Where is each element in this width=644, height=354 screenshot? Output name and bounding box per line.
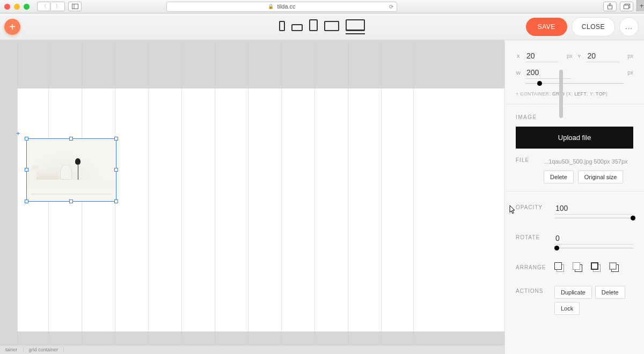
- url-text: tilda.cc: [277, 3, 295, 10]
- share-icon: [607, 3, 613, 10]
- share-button[interactable]: [603, 2, 617, 11]
- file-delete-button[interactable]: Delete: [544, 171, 574, 183]
- w-input[interactable]: [525, 67, 572, 79]
- opacity-slider-thumb[interactable]: [631, 216, 635, 220]
- device-phone[interactable]: [279, 21, 285, 34]
- container-info: + CONTAINER: GRID (X: LEFT, Y: TOP): [516, 91, 633, 97]
- rotate-row: ROTATE: [505, 226, 644, 256]
- actions-row: ACTIONS Duplicate Delete Lock: [505, 279, 644, 321]
- x-label: X: [516, 54, 521, 59]
- unit-px: px: [624, 70, 633, 76]
- opacity-row: OPACITY: [505, 191, 644, 226]
- traffic-lights: [4, 4, 30, 10]
- reload-icon[interactable]: ⟳: [389, 4, 393, 10]
- plus-icon: +: [9, 21, 16, 32]
- tabs-icon: [624, 4, 630, 9]
- unit-px: px: [563, 53, 573, 59]
- arrange-row: ARRANGE: [505, 256, 644, 279]
- image-section: IMAGE Upload file FILE ...1qau50i_500.jp…: [505, 104, 644, 191]
- sidebar-toggle-button[interactable]: [68, 2, 82, 11]
- actions-label: ACTIONS: [516, 286, 549, 294]
- page-surface[interactable]: [17, 88, 504, 331]
- image-section-title: IMAGE: [516, 114, 633, 120]
- sidebar-icon: [72, 4, 78, 9]
- app-toolbar: + SAVE CLOSE ...: [0, 13, 644, 40]
- y-input[interactable]: [587, 50, 620, 62]
- w-label: W: [516, 70, 521, 76]
- rotate-input[interactable]: [554, 232, 633, 245]
- y-label: Y: [577, 54, 582, 59]
- forward-button[interactable]: 〉: [52, 2, 65, 11]
- device-tablet[interactable]: [309, 19, 318, 34]
- rotate-slider[interactable]: [554, 248, 633, 248]
- send-backward-button[interactable]: [591, 262, 602, 273]
- phone-landscape-icon: [291, 24, 303, 31]
- device-desktop[interactable]: [346, 19, 365, 34]
- lock-button[interactable]: Lock: [554, 302, 580, 315]
- device-phone-landscape[interactable]: [291, 24, 303, 34]
- bring-to-front-button[interactable]: [554, 262, 565, 273]
- breadcrumb-bar: tainer grid container: [0, 345, 504, 354]
- lock-icon: 🔒: [268, 4, 274, 9]
- breadcrumb-item[interactable]: grid container: [24, 347, 64, 352]
- delete-button[interactable]: Delete: [595, 286, 625, 299]
- x-input[interactable]: [525, 50, 559, 62]
- add-element-handle[interactable]: +: [16, 129, 20, 137]
- tablet-landscape-icon: [324, 21, 339, 31]
- file-label: FILE: [516, 157, 538, 183]
- tablet-icon: [309, 19, 318, 31]
- phone-icon: [279, 21, 285, 31]
- window-zoom-icon[interactable]: [24, 4, 30, 10]
- selected-image-element[interactable]: [27, 139, 116, 201]
- send-to-back-button[interactable]: [609, 262, 620, 273]
- duplicate-button[interactable]: Duplicate: [554, 286, 592, 299]
- bring-forward-button[interactable]: [573, 262, 583, 273]
- width-slider-thumb[interactable]: [537, 81, 542, 86]
- arrange-label: ARRANGE: [516, 262, 549, 270]
- url-bar[interactable]: 🔒 tilda.cc ⟳: [166, 2, 397, 12]
- position-section: X px Y px W px + CONTAINER: GRI: [505, 40, 644, 104]
- close-button[interactable]: CLOSE: [572, 17, 615, 36]
- file-meta: ...1qau50i_500.jpg 500px 357px: [544, 157, 633, 166]
- add-block-button[interactable]: +: [4, 19, 20, 35]
- rotate-slider-thumb[interactable]: [554, 246, 559, 250]
- more-button[interactable]: ...: [619, 17, 639, 36]
- upload-file-button[interactable]: Upload file: [516, 127, 633, 149]
- unit-px: px: [624, 53, 633, 59]
- device-switcher: [279, 19, 365, 34]
- page-scrollbar[interactable]: [559, 70, 563, 118]
- opacity-slider[interactable]: [554, 218, 633, 218]
- device-tablet-landscape[interactable]: [324, 21, 339, 34]
- canvas-area[interactable]: + tainer grid container: [0, 40, 504, 354]
- tabs-button[interactable]: [620, 2, 633, 11]
- original-size-button[interactable]: Original size: [578, 171, 624, 183]
- back-button[interactable]: 〈: [37, 2, 50, 11]
- breadcrumb-item[interactable]: tainer: [0, 347, 24, 352]
- width-slider[interactable]: [525, 83, 624, 84]
- svg-rect-5: [624, 5, 628, 9]
- opacity-input[interactable]: [554, 202, 633, 215]
- browser-chrome: 〈 〉 🔒 tilda.cc ⟳ +: [0, 0, 644, 13]
- window-close-icon[interactable]: [4, 4, 10, 10]
- svg-rect-0: [72, 4, 78, 9]
- new-tab-button[interactable]: +: [636, 0, 644, 11]
- inspector-panel: X px Y px W px + CONTAINER: GRI: [504, 40, 644, 354]
- image-placeholder-art: [27, 139, 116, 201]
- window-minimize-icon[interactable]: [14, 4, 20, 10]
- save-button[interactable]: SAVE: [526, 18, 567, 36]
- desktop-icon: [346, 19, 365, 31]
- opacity-label: OPACITY: [516, 202, 549, 210]
- rotate-label: ROTATE: [516, 232, 549, 240]
